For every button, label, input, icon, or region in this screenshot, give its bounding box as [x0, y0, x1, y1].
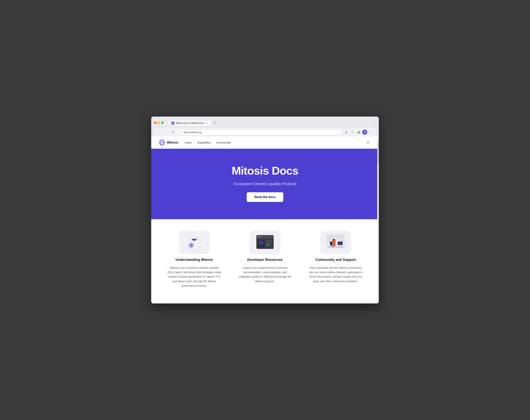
scrollbar-thumb[interactable] [377, 140, 379, 163]
card-illustration-community [320, 231, 351, 254]
zoom-button[interactable]: ⊕ [344, 129, 349, 135]
extensions-button[interactable]: 🧩 [356, 129, 361, 135]
toolbar-actions: ⊕ ☆ 🧩 D ⋮ [344, 129, 373, 135]
active-tab[interactable]: Mitosis Docs | Mitosis Docs ✕ [168, 120, 212, 126]
svg-point-8 [190, 236, 192, 241]
logo-text: Mitosis [167, 141, 178, 144]
svg-point-26 [261, 236, 262, 237]
nav-expedition[interactable]: Expedition [197, 141, 211, 144]
svg-rect-23 [256, 237, 274, 238]
site-navigation: Mitosis Learn Expedition Community ☀ [151, 136, 379, 149]
card-title-understanding: Understanding Mitosis [176, 258, 213, 262]
read-docs-button[interactable]: Read the docs [247, 192, 283, 202]
hero-subtitle: Ecosystem Owned Liquidity Protocol [234, 182, 296, 186]
cards-section: Understanding Mitosis Mitosis is an Ecos… [151, 219, 379, 303]
svg-point-14 [194, 240, 195, 241]
svg-rect-52 [332, 243, 336, 246]
svg-rect-38 [336, 235, 339, 238]
card-illustration-dog [179, 231, 210, 254]
tab-title: Mitosis Docs | Mitosis Docs [176, 122, 204, 125]
profile-avatar[interactable]: D [362, 130, 367, 135]
new-tab-button[interactable]: + [212, 119, 218, 126]
url-text: docs.mitosis.org [184, 131, 340, 134]
svg-rect-33 [266, 243, 272, 244]
site-nav-links: Learn Expedition Community [185, 141, 231, 144]
card-title-developer: Developer Resources [247, 258, 283, 262]
security-icon: ☍ [180, 131, 182, 134]
website: Mitosis Learn Expedition Community ☀ Mit… [151, 136, 379, 303]
svg-rect-36 [327, 235, 331, 238]
svg-rect-45 [332, 246, 334, 247]
traffic-lights [154, 122, 163, 124]
browser-toolbar: ← → ↻ ☍ docs.mitosis.org ⊕ ☆ 🧩 D ⋮ [154, 128, 376, 136]
maximize-button[interactable] [161, 122, 163, 124]
reload-button[interactable]: ↻ [171, 129, 176, 135]
forward-button[interactable]: → [163, 129, 169, 135]
site-logo[interactable]: Mitosis [159, 140, 178, 146]
site-nav-right: ☀ [365, 140, 371, 146]
card-illustration-docs [250, 231, 280, 254]
minimize-button[interactable] [158, 122, 160, 124]
svg-point-25 [259, 236, 260, 237]
svg-rect-34 [266, 245, 270, 245]
nav-community[interactable]: Community [216, 141, 231, 144]
card-developer: Developer Resources Explore our comprehe… [234, 231, 297, 288]
card-desc-understanding: Mitosis is an Ecosystem-Owned Liquidity … [167, 266, 221, 288]
browser-window: Mitosis Docs | Mitosis Docs ✕ + ⌄ ← → ↻ … [151, 117, 379, 303]
menu-button[interactable]: ⋮ [368, 129, 373, 135]
hero-section: Mitosis Docs Ecosystem Owned Liquidity P… [151, 149, 379, 219]
browser-tabs: Mitosis Docs | Mitosis Docs ✕ + [168, 119, 370, 126]
card-desc-developer: Explore our comprehensive technical docu… [238, 266, 292, 283]
svg-point-9 [196, 236, 199, 241]
browser-content: Mitosis Learn Expedition Community ☀ Mit… [151, 136, 379, 303]
browser-controls: Mitosis Docs | Mitosis Docs ✕ + ⌄ [154, 119, 376, 126]
tab-favicon [171, 122, 174, 125]
card-understanding: Understanding Mitosis Mitosis is an Ecos… [163, 231, 226, 288]
card-desc-community: Stay connected with the Mitosis communit… [309, 266, 363, 283]
nav-learn[interactable]: Learn [185, 141, 192, 144]
svg-rect-31 [266, 240, 272, 241]
close-button[interactable] [154, 122, 157, 124]
back-button[interactable]: ← [157, 129, 162, 135]
card-title-community: Community and Support [316, 258, 356, 262]
address-bar[interactable]: ☍ docs.mitosis.org [177, 130, 342, 135]
svg-rect-39 [340, 235, 344, 238]
theme-toggle-button[interactable]: ☀ [365, 140, 371, 146]
svg-rect-37 [331, 235, 335, 238]
svg-rect-42 [328, 246, 343, 248]
hero-title: Mitosis Docs [232, 164, 298, 177]
bookmark-button[interactable]: ☆ [350, 129, 355, 135]
browser-titlebar: Mitosis Docs | Mitosis Docs ✕ + ⌄ ← → ↻ … [151, 117, 379, 136]
window-expand-button[interactable]: ⌄ [372, 121, 376, 125]
tab-close-button[interactable]: ✕ [206, 122, 209, 125]
svg-rect-32 [266, 242, 271, 242]
svg-point-24 [258, 236, 259, 237]
scrollbar[interactable] [377, 136, 379, 303]
card-community: Community and Support Stay connected wit… [304, 231, 367, 288]
